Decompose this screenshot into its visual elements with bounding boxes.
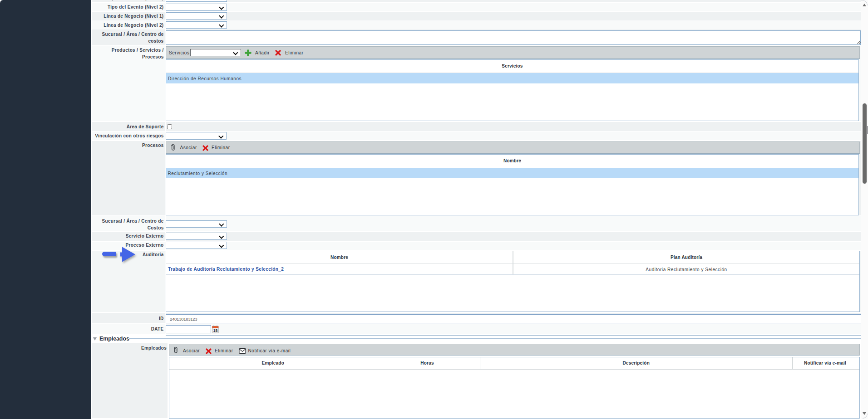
svg-text:15: 15 bbox=[213, 329, 218, 333]
